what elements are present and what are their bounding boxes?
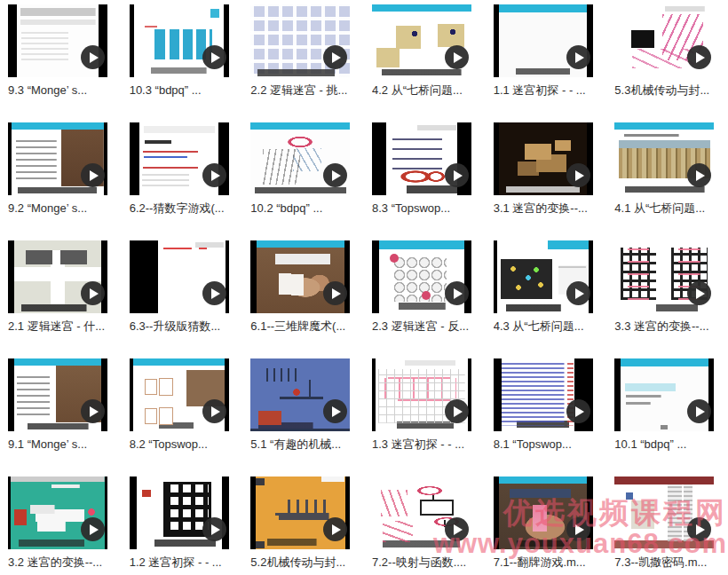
video-card[interactable]: 4.3 从“七桥问题... bbox=[486, 240, 607, 358]
video-card[interactable]: 2.3 逻辑迷宫 - 反... bbox=[364, 240, 486, 358]
video-title: 5.3机械传动与封... bbox=[614, 83, 726, 97]
play-icon[interactable] bbox=[81, 517, 105, 541]
play-icon[interactable] bbox=[81, 163, 105, 187]
video-card[interactable]: 7.3--凯撒密码.m... bbox=[606, 477, 728, 575]
video-title: 7.1--翻牌游戏.m... bbox=[494, 555, 605, 569]
video-card[interactable]: 5.2机械传动与封... bbox=[242, 477, 364, 575]
video-title: 5.1 “有趣的机械... bbox=[250, 437, 362, 451]
video-card[interactable]: 9.2 “Monge’ s... bbox=[0, 122, 122, 240]
video-card[interactable]: 6.2--猜数字游戏(... bbox=[122, 122, 243, 240]
video-thumbnail[interactable] bbox=[130, 477, 229, 549]
video-thumbnail[interactable] bbox=[494, 122, 593, 195]
video-thumbnail[interactable] bbox=[614, 4, 714, 77]
video-thumbnail[interactable] bbox=[372, 122, 471, 195]
video-card[interactable]: 9.1 “Monge’ s... bbox=[0, 358, 122, 477]
video-title: 1.2 迷宫初探 - - ... bbox=[130, 555, 241, 569]
video-card[interactable]: 8.3 “Topswop... bbox=[364, 122, 486, 240]
video-thumbnail[interactable] bbox=[8, 4, 107, 77]
play-icon[interactable] bbox=[445, 281, 469, 305]
video-thumbnail[interactable] bbox=[8, 358, 107, 431]
video-thumbnail[interactable] bbox=[8, 122, 107, 195]
video-thumbnail[interactable] bbox=[372, 477, 471, 549]
play-icon[interactable] bbox=[202, 281, 226, 305]
video-title: 3.2 迷宫的变换--... bbox=[8, 555, 120, 569]
play-icon[interactable] bbox=[445, 163, 469, 187]
video-thumbnail[interactable] bbox=[250, 477, 350, 549]
play-icon[interactable] bbox=[81, 399, 105, 423]
play-icon[interactable] bbox=[445, 399, 469, 423]
video-title: 5.2机械传动与封... bbox=[250, 555, 362, 569]
video-thumbnail[interactable] bbox=[250, 358, 350, 431]
video-thumbnail[interactable] bbox=[130, 4, 229, 77]
video-thumbnail[interactable] bbox=[614, 358, 714, 431]
video-card[interactable]: 4.2 从“七桥问题... bbox=[364, 4, 486, 122]
video-card[interactable]: 5.3机械传动与封... bbox=[606, 4, 728, 122]
video-card[interactable]: 1.1 迷宫初探 - - ... bbox=[486, 4, 607, 122]
video-title: 6.1--三堆牌魔术(... bbox=[250, 319, 362, 333]
video-card[interactable]: 1.2 迷宫初探 - - ... bbox=[122, 477, 243, 575]
video-card[interactable]: 7.2--映射与函数.... bbox=[364, 477, 486, 575]
video-grid: 9.3 “Monge’ s... 10.3 “bdpq” ... 2.2 逻辑迷… bbox=[0, 0, 728, 575]
video-thumbnail[interactable] bbox=[250, 122, 350, 195]
play-icon[interactable] bbox=[566, 517, 590, 541]
video-title: 9.1 “Monge’ s... bbox=[8, 437, 120, 451]
video-card[interactable]: 10.3 “bdpq” ... bbox=[122, 4, 243, 122]
video-title: 4.3 从“七桥问题... bbox=[494, 319, 605, 333]
video-thumbnail[interactable] bbox=[8, 240, 107, 313]
video-thumbnail[interactable] bbox=[8, 477, 107, 549]
play-icon[interactable] bbox=[81, 281, 105, 305]
thumbnail-art bbox=[502, 358, 575, 431]
video-card[interactable]: 2.1 逻辑迷宫 - 什... bbox=[0, 240, 122, 358]
play-icon[interactable] bbox=[202, 163, 226, 187]
video-thumbnail[interactable] bbox=[130, 122, 229, 195]
play-icon[interactable] bbox=[202, 45, 226, 69]
video-card[interactable]: 4.1 从“七桥问题... bbox=[606, 122, 728, 240]
play-icon[interactable] bbox=[566, 163, 590, 187]
video-title: 7.2--映射与函数.... bbox=[372, 555, 484, 569]
video-thumbnail[interactable] bbox=[614, 240, 714, 313]
play-icon[interactable] bbox=[81, 45, 105, 69]
video-thumbnail[interactable] bbox=[372, 240, 471, 313]
video-card[interactable]: 8.2 “Topswop... bbox=[122, 358, 243, 477]
video-title: 6.3--升级版猜数... bbox=[130, 319, 241, 333]
video-title: 8.3 “Topswop... bbox=[372, 201, 484, 215]
video-thumbnail[interactable] bbox=[614, 122, 714, 195]
video-card[interactable]: 2.2 逻辑迷宫 - 挑... bbox=[242, 4, 364, 122]
video-thumbnail[interactable] bbox=[250, 240, 350, 313]
video-card[interactable]: 9.3 “Monge’ s... bbox=[0, 4, 122, 122]
video-card[interactable]: 10.2 “bdpq” ... bbox=[242, 122, 364, 240]
play-icon[interactable] bbox=[566, 399, 590, 423]
video-title: 2.2 逻辑迷宫 - 挑... bbox=[250, 83, 362, 97]
video-card[interactable]: 8.1 “Topswop... bbox=[486, 358, 607, 477]
video-title: 9.2 “Monge’ s... bbox=[8, 201, 120, 215]
video-card[interactable]: 10.1 “bdpq” ... bbox=[606, 358, 728, 477]
video-card[interactable]: 3.2 迷宫的变换--... bbox=[0, 477, 122, 575]
play-icon[interactable] bbox=[202, 517, 226, 541]
play-icon[interactable] bbox=[566, 45, 590, 69]
video-thumbnail[interactable] bbox=[494, 4, 593, 77]
video-thumbnail[interactable] bbox=[372, 358, 471, 431]
video-card[interactable]: 5.1 “有趣的机械... bbox=[242, 358, 364, 477]
video-thumbnail[interactable] bbox=[130, 358, 229, 431]
video-title: 1.1 迷宫初探 - - ... bbox=[494, 83, 605, 97]
video-card[interactable]: 3.3 迷宫的变换--... bbox=[606, 240, 728, 358]
play-icon[interactable] bbox=[445, 45, 469, 69]
video-card[interactable]: 1.3 迷宫初探 - - ... bbox=[364, 358, 486, 477]
thumbnail-art bbox=[386, 122, 458, 195]
video-thumbnail[interactable] bbox=[372, 4, 471, 77]
play-icon[interactable] bbox=[445, 517, 469, 541]
video-card[interactable]: 3.1 迷宫的变换--... bbox=[486, 122, 607, 240]
video-title: 8.1 “Topswop... bbox=[494, 437, 605, 451]
video-card[interactable]: 6.1--三堆牌魔术(... bbox=[242, 240, 364, 358]
video-thumbnail[interactable] bbox=[494, 358, 593, 431]
video-thumbnail[interactable] bbox=[494, 477, 593, 549]
video-thumbnail[interactable] bbox=[614, 477, 714, 549]
play-icon[interactable] bbox=[566, 281, 590, 305]
video-title: 10.2 “bdpq” ... bbox=[250, 201, 362, 215]
video-thumbnail[interactable] bbox=[130, 240, 229, 313]
video-thumbnail[interactable] bbox=[494, 240, 593, 313]
video-thumbnail[interactable] bbox=[250, 4, 350, 77]
play-icon[interactable] bbox=[202, 399, 226, 423]
video-card[interactable]: 7.1--翻牌游戏.m... bbox=[486, 477, 607, 575]
video-card[interactable]: 6.3--升级版猜数... bbox=[122, 240, 243, 358]
